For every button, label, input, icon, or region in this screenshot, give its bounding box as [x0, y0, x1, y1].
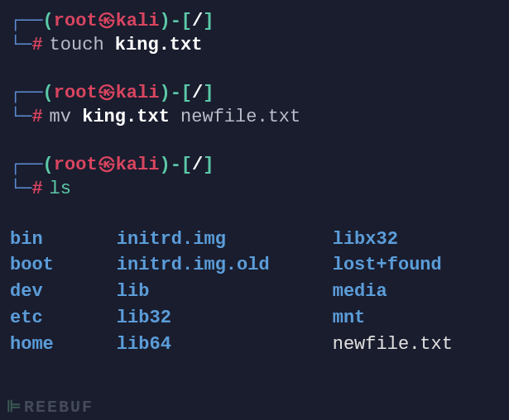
prompt-user: root	[54, 82, 98, 106]
command-text: ls	[50, 178, 71, 202]
prompt-header: ┌──(root㉿kali)-[/]	[10, 10, 499, 34]
prompt-header: ┌──(root㉿kali)-[/]	[10, 154, 499, 178]
ls-entry: boot	[10, 252, 100, 279]
ls-entry: newfile.txt	[333, 332, 499, 358]
prompt-user: root	[54, 154, 98, 178]
command-arg: king.txt	[115, 34, 203, 58]
bracket-close: ]	[203, 82, 214, 106]
bracket-open: [	[181, 10, 192, 34]
ls-entry: dev	[10, 279, 100, 305]
ls-entry: lib64	[117, 332, 316, 358]
prompt-host: kali	[116, 10, 160, 34]
box-corner-icon: ┌──	[10, 10, 43, 34]
ls-column-1: bin boot dev etc home	[10, 227, 100, 358]
ls-entry: initrd.img.old	[117, 252, 316, 279]
prompt-header: ┌──(root㉿kali)-[/]	[10, 82, 499, 106]
command-arg: king.txt	[82, 106, 170, 130]
dash: -	[170, 154, 181, 178]
ls-column-3: libx32 lost+found media mnt newfile.txt	[333, 227, 499, 358]
paren-open: (	[43, 10, 54, 34]
prompt-host: kali	[116, 154, 160, 178]
ls-entry: etc	[10, 305, 100, 332]
prompt-hash: #	[31, 178, 42, 202]
watermark-text: REEBUF	[24, 398, 94, 417]
bracket-close: ]	[203, 154, 214, 178]
watermark: ⊫REEBUF	[7, 396, 94, 417]
prompt-host: kali	[116, 82, 160, 106]
ls-entry: home	[10, 332, 100, 358]
terminal-prompt-1: ┌──(root㉿kali)-[/] └─#touch king.txt	[10, 10, 499, 57]
box-corner-icon: ┌──	[10, 82, 43, 106]
terminal-prompt-3: ┌──(root㉿kali)-[/] └─#ls	[10, 154, 499, 201]
box-corner-icon: └─	[10, 178, 31, 202]
prompt-command-line[interactable]: └─#touch king.txt	[10, 34, 499, 58]
ls-entry: libx32	[333, 227, 499, 253]
ls-entry: lib32	[117, 305, 316, 332]
paren-close: )	[159, 10, 170, 34]
skull-icon: ㉿	[98, 154, 116, 178]
prompt-user: root	[54, 10, 98, 34]
bracket-open: [	[181, 82, 192, 106]
skull-icon: ㉿	[98, 82, 116, 106]
bracket-open: [	[181, 154, 192, 178]
ls-entry: mnt	[333, 305, 499, 332]
prompt-path: /	[192, 10, 203, 34]
command-text: touch	[50, 34, 104, 58]
prompt-path: /	[192, 82, 203, 106]
dash: -	[170, 10, 181, 34]
prompt-command-line[interactable]: └─#ls	[10, 178, 499, 202]
ls-column-2: initrd.img initrd.img.old lib lib32 lib6…	[117, 227, 316, 358]
bracket-close: ]	[203, 10, 214, 34]
ls-entry: media	[333, 279, 499, 305]
box-corner-icon: └─	[10, 34, 31, 58]
skull-icon: ㉿	[98, 10, 116, 34]
paren-open: (	[43, 154, 54, 178]
command-arg-plain: newfile.txt	[180, 106, 300, 130]
watermark-icon: ⊫	[7, 398, 22, 417]
ls-entry: bin	[10, 227, 100, 253]
box-corner-icon: └─	[10, 106, 31, 130]
prompt-path: /	[192, 154, 203, 178]
ls-output: bin boot dev etc home initrd.img initrd.…	[10, 227, 499, 358]
paren-open: (	[43, 82, 54, 106]
command-text: mv	[50, 106, 71, 130]
paren-close: )	[159, 82, 170, 106]
ls-entry: initrd.img	[117, 227, 316, 253]
paren-close: )	[159, 154, 170, 178]
prompt-hash: #	[31, 106, 42, 130]
prompt-command-line[interactable]: └─#mv king.txt newfile.txt	[10, 106, 499, 130]
box-corner-icon: ┌──	[10, 154, 43, 178]
prompt-hash: #	[31, 34, 42, 58]
ls-entry: lost+found	[333, 252, 499, 279]
ls-entry: lib	[117, 279, 316, 305]
dash: -	[170, 82, 181, 106]
terminal-prompt-2: ┌──(root㉿kali)-[/] └─#mv king.txt newfil…	[10, 82, 499, 129]
